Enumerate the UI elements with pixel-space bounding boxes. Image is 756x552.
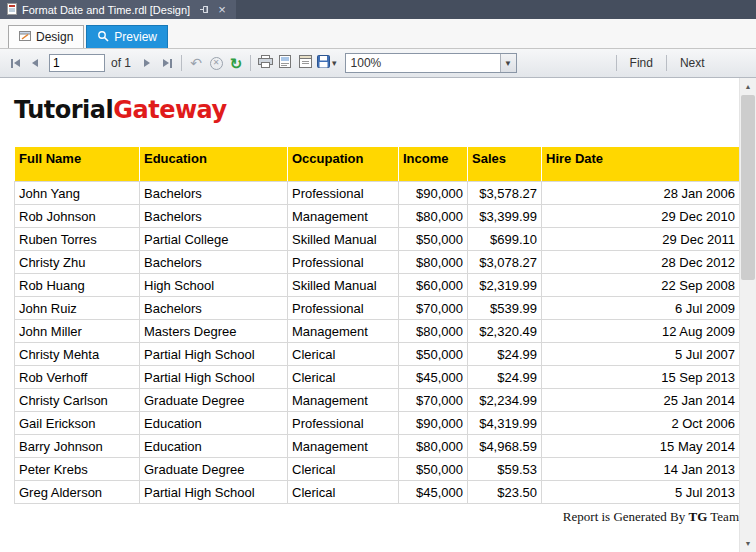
report-footer: Report is Generated By TG Team bbox=[14, 509, 739, 525]
next-page-button[interactable] bbox=[137, 53, 157, 73]
last-page-icon bbox=[170, 59, 172, 68]
find-button[interactable]: Find bbox=[621, 56, 662, 70]
table-row: Gail EricksonEducationProfessional$90,00… bbox=[15, 412, 740, 435]
cell: Christy Zhu bbox=[15, 251, 140, 274]
page-number-input[interactable] bbox=[49, 54, 105, 72]
cell: Bachelors bbox=[140, 182, 288, 205]
logo-text-gateway: Gateway bbox=[113, 96, 226, 124]
cell: $60,000 bbox=[399, 274, 468, 297]
refresh-button[interactable]: ↻ bbox=[226, 53, 246, 73]
cell: Management bbox=[288, 435, 399, 458]
zoom-select[interactable]: 100% ▼ bbox=[345, 53, 517, 73]
cell: Bachelors bbox=[140, 205, 288, 228]
tab-preview[interactable]: Preview bbox=[86, 25, 168, 48]
column-header: Occupation bbox=[288, 147, 399, 182]
refresh-icon: ↻ bbox=[230, 56, 243, 71]
cell: Partial High School bbox=[140, 481, 288, 504]
cell: Partial High School bbox=[140, 343, 288, 366]
preview-icon bbox=[97, 30, 109, 45]
first-page-button[interactable] bbox=[5, 53, 25, 73]
cell: Christy Carlson bbox=[15, 389, 140, 412]
tab-design-label: Design bbox=[36, 30, 73, 44]
cell: Clerical bbox=[288, 343, 399, 366]
cell: $80,000 bbox=[399, 320, 468, 343]
footer-team: Team bbox=[707, 509, 739, 524]
find-next-button[interactable]: Next bbox=[671, 56, 714, 70]
scroll-down-icon[interactable]: ▼ bbox=[740, 535, 756, 552]
cell: Professional bbox=[288, 182, 399, 205]
cell: $3,078.27 bbox=[468, 251, 542, 274]
table-row: Ruben TorresPartial CollegeSkilled Manua… bbox=[15, 228, 740, 251]
cell: $45,000 bbox=[399, 481, 468, 504]
next-page-icon bbox=[144, 59, 150, 67]
scrollbar-thumb[interactable] bbox=[741, 95, 755, 280]
stop-button[interactable]: ✕ bbox=[206, 53, 226, 73]
cell: $45,000 bbox=[399, 366, 468, 389]
report-designer-window: Format Date and Time.rdl [Design] × Desi… bbox=[0, 0, 756, 552]
cell: Ruben Torres bbox=[15, 228, 140, 251]
column-header: Education bbox=[140, 147, 288, 182]
stop-icon: ✕ bbox=[210, 57, 223, 70]
cell: John Ruiz bbox=[15, 297, 140, 320]
table-row: Christy ZhuBachelorsProfessional$80,000$… bbox=[15, 251, 740, 274]
cell: $2,320.49 bbox=[468, 320, 542, 343]
print-layout-button[interactable] bbox=[275, 53, 295, 73]
cell: High School bbox=[140, 274, 288, 297]
cell: Graduate Degree bbox=[140, 458, 288, 481]
logo-text-tutorial: Tutorial bbox=[14, 96, 113, 124]
print-layout-icon bbox=[279, 55, 291, 71]
print-button[interactable] bbox=[255, 53, 275, 73]
last-page-button[interactable] bbox=[157, 53, 177, 73]
table-row: Rob HuangHigh SchoolSkilled Manual$60,00… bbox=[15, 274, 740, 297]
toolbar-separator bbox=[250, 55, 251, 71]
back-button[interactable]: ↶ bbox=[186, 53, 206, 73]
view-tab-bar: Design Preview bbox=[0, 19, 756, 49]
pin-icon[interactable] bbox=[199, 4, 210, 15]
vertical-scrollbar[interactable]: ▲ ▼ bbox=[739, 78, 756, 552]
cell: 28 Jan 2006 bbox=[542, 182, 740, 205]
scroll-up-icon[interactable]: ▲ bbox=[740, 78, 756, 95]
cell: Rob Johnson bbox=[15, 205, 140, 228]
table-row: Rob VerhoffPartial High SchoolClerical$4… bbox=[15, 366, 740, 389]
zoom-value: 100% bbox=[346, 56, 500, 70]
cell: Education bbox=[140, 435, 288, 458]
column-header: Income bbox=[399, 147, 468, 182]
close-icon[interactable]: × bbox=[215, 3, 229, 16]
table-row: Peter KrebsGraduate DegreeClerical$50,00… bbox=[15, 458, 740, 481]
page-setup-button[interactable] bbox=[295, 53, 315, 73]
print-icon bbox=[258, 55, 273, 71]
document-tab[interactable]: Format Date and Time.rdl [Design] × bbox=[0, 0, 236, 19]
column-header: Full Name bbox=[15, 147, 140, 182]
zoom-dropdown-icon[interactable]: ▼ bbox=[500, 54, 516, 72]
cell: 12 Aug 2009 bbox=[542, 320, 740, 343]
cell: $80,000 bbox=[399, 435, 468, 458]
footer-text: Report is Generated By bbox=[563, 509, 689, 524]
page-count-label: of 1 bbox=[111, 56, 131, 70]
cell: Management bbox=[288, 389, 399, 412]
toolbar-separator bbox=[666, 55, 667, 71]
table-row: Barry JohnsonEducationManagement$80,000$… bbox=[15, 435, 740, 458]
cell: Clerical bbox=[288, 366, 399, 389]
cell: Bachelors bbox=[140, 251, 288, 274]
cell: $24.99 bbox=[468, 343, 542, 366]
table-row: Christy CarlsonGraduate DegreeManagement… bbox=[15, 389, 740, 412]
cell: 25 Jan 2014 bbox=[542, 389, 740, 412]
table-row: Christy MehtaPartial High SchoolClerical… bbox=[15, 343, 740, 366]
cell: Graduate Degree bbox=[140, 389, 288, 412]
cell: Peter Krebs bbox=[15, 458, 140, 481]
export-button[interactable]: ▾ bbox=[315, 53, 339, 73]
cell: $3,578.27 bbox=[468, 182, 542, 205]
prev-page-button[interactable] bbox=[25, 53, 45, 73]
cell: $3,399.99 bbox=[468, 205, 542, 228]
table-row: John YangBachelorsProfessional$90,000$3,… bbox=[15, 182, 740, 205]
cell: Partial College bbox=[140, 228, 288, 251]
table-body: John YangBachelorsProfessional$90,000$3,… bbox=[15, 182, 740, 504]
cell: 22 Sep 2008 bbox=[542, 274, 740, 297]
cell: Clerical bbox=[288, 481, 399, 504]
tab-design[interactable]: Design bbox=[8, 25, 84, 48]
report-page: TutorialGateway Full NameEducationOccupa… bbox=[0, 78, 739, 525]
cell: Management bbox=[288, 320, 399, 343]
cell: Professional bbox=[288, 412, 399, 435]
cell: $59.53 bbox=[468, 458, 542, 481]
cell: John Miller bbox=[15, 320, 140, 343]
